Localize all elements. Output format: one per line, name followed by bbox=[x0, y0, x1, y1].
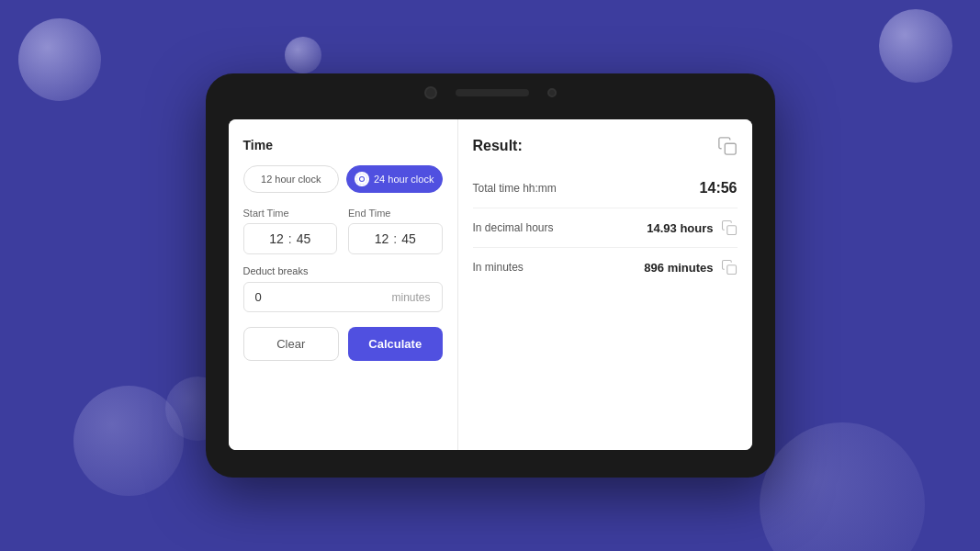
minutes-value-wrap: 896 minutes bbox=[644, 259, 737, 276]
end-minutes: 45 bbox=[401, 231, 416, 246]
12-hour-clock-button[interactable]: 12 hour clock bbox=[243, 165, 340, 193]
decimal-hours-value: 14.93 hours bbox=[647, 221, 713, 235]
tablet-top-bar bbox=[424, 86, 557, 99]
minutes-value: 896 minutes bbox=[644, 261, 713, 275]
total-time-label: Total time hh:mm bbox=[473, 182, 557, 195]
result-row-total: Total time hh:mm 14:56 bbox=[473, 169, 738, 208]
end-hours: 12 bbox=[375, 231, 389, 246]
left-panel: Time 12 hour clock 24 hour clock Start T… bbox=[229, 119, 458, 450]
minutes-label: In minutes bbox=[473, 261, 524, 274]
time-inputs-row: Start Time 12 : 45 End Time 12 : 45 bbox=[243, 208, 443, 254]
clear-button[interactable]: Clear bbox=[243, 327, 340, 361]
start-hours: 12 bbox=[269, 231, 284, 246]
end-time-separator: : bbox=[393, 231, 397, 246]
decorative-bubble-6 bbox=[760, 422, 925, 551]
tablet-device: Time 12 hour clock 24 hour clock Start T… bbox=[206, 73, 775, 478]
clock-toggle: 12 hour clock 24 hour clock bbox=[243, 165, 443, 193]
decorative-bubble-1 bbox=[18, 18, 101, 101]
copy-decimal-icon[interactable] bbox=[721, 219, 738, 236]
24-hour-clock-button[interactable]: 24 hour clock bbox=[346, 165, 443, 193]
camera-left bbox=[424, 86, 437, 99]
time-section-title: Time bbox=[243, 138, 443, 152]
calculate-button[interactable]: Calculate bbox=[348, 327, 443, 361]
right-panel: Result: Total time hh:mm 14:56 In decima… bbox=[458, 119, 752, 450]
decorative-bubble-3 bbox=[879, 9, 952, 83]
deduct-breaks-input[interactable]: 0 minutes bbox=[243, 282, 443, 312]
action-buttons: Clear Calculate bbox=[243, 327, 443, 361]
deduct-value: 0 bbox=[255, 290, 262, 304]
end-time-group: End Time 12 : 45 bbox=[348, 208, 443, 254]
deduct-breaks-label: Deduct breaks bbox=[243, 265, 443, 276]
svg-rect-1 bbox=[727, 226, 736, 235]
start-time-separator: : bbox=[288, 231, 292, 246]
decimal-hours-label: In decimal hours bbox=[473, 221, 554, 234]
copy-all-icon[interactable] bbox=[717, 136, 738, 156]
svg-rect-0 bbox=[725, 143, 736, 154]
result-row-decimal: In decimal hours 14.93 hours bbox=[473, 208, 738, 248]
end-time-label: End Time bbox=[348, 208, 443, 219]
deduct-unit: minutes bbox=[391, 291, 430, 304]
copy-minutes-icon[interactable] bbox=[721, 259, 738, 276]
decimal-hours-value-wrap: 14.93 hours bbox=[647, 219, 737, 236]
result-row-minutes: In minutes 896 minutes bbox=[473, 248, 738, 287]
tablet-screen: Time 12 hour clock 24 hour clock Start T… bbox=[229, 119, 752, 450]
end-time-input[interactable]: 12 : 45 bbox=[348, 223, 443, 254]
camera-right bbox=[547, 88, 557, 97]
tablet-speaker bbox=[456, 89, 529, 96]
svg-rect-2 bbox=[727, 265, 736, 275]
result-header: Result: bbox=[473, 136, 738, 156]
start-minutes: 45 bbox=[297, 231, 311, 246]
result-title: Result: bbox=[473, 138, 523, 154]
decorative-bubble-2 bbox=[285, 37, 321, 73]
start-time-label: Start Time bbox=[243, 208, 338, 219]
start-time-input[interactable]: 12 : 45 bbox=[243, 223, 338, 254]
start-time-group: Start Time 12 : 45 bbox=[243, 208, 338, 254]
total-time-value: 14:56 bbox=[700, 180, 738, 197]
